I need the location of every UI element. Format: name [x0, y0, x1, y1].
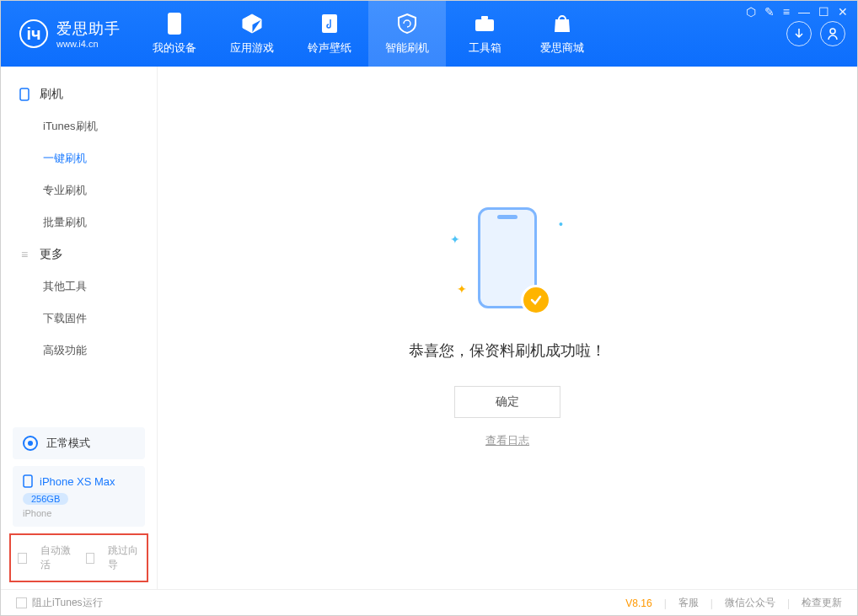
- shirt-icon[interactable]: ⬡: [746, 5, 756, 19]
- check-badge-icon: [521, 285, 551, 315]
- checkbox-row: 自动激活 跳过向导: [9, 533, 148, 582]
- svg-rect-1: [322, 14, 337, 33]
- user-button[interactable]: [820, 21, 845, 46]
- sidebar-item-itunes-flash[interactable]: iTunes刷机: [1, 110, 157, 142]
- download-button[interactable]: [786, 21, 812, 46]
- logo-icon: iч: [19, 19, 48, 48]
- note-icon[interactable]: ✎: [764, 5, 775, 19]
- sparkle-icon: •: [559, 217, 563, 231]
- stop-itunes-checkbox[interactable]: [16, 597, 27, 608]
- menu-icon[interactable]: ≡: [783, 5, 790, 19]
- close-icon[interactable]: ✕: [838, 5, 848, 19]
- footer-link-update[interactable]: 检查更新: [802, 596, 842, 610]
- group-title: 更多: [40, 247, 63, 262]
- sparkle-icon: ✦: [457, 282, 467, 296]
- group-title: 刷机: [40, 87, 63, 102]
- main-content: ✦ • ✦ 恭喜您，保资料刷机成功啦！ 确定 查看日志: [158, 67, 857, 589]
- sparkle-icon: ✦: [450, 233, 460, 246]
- footer-link-support[interactable]: 客服: [678, 596, 699, 610]
- nav-tabs: 我的设备 应用游戏 铃声壁纸 智能刷机 工具箱 爱思商城: [136, 1, 601, 67]
- stop-itunes-label: 阻止iTunes运行: [32, 596, 103, 610]
- version-label: V8.16: [625, 597, 652, 609]
- device-capacity: 256GB: [23, 493, 68, 505]
- footer: 阻止iTunes运行 V8.16 | 客服 | 微信公众号 | 检查更新: [1, 589, 857, 616]
- mode-icon: [23, 436, 38, 451]
- minimize-icon[interactable]: —: [798, 5, 810, 19]
- window-controls: ⬡ ✎ ≡ — ☐ ✕: [746, 5, 848, 19]
- mode-card[interactable]: 正常模式: [13, 427, 145, 459]
- sidebar-item-other-tools[interactable]: 其他工具: [1, 271, 157, 303]
- mode-label: 正常模式: [46, 436, 90, 451]
- app-name: 爱思助手: [56, 19, 121, 39]
- tab-label: 铃声壁纸: [308, 40, 351, 56]
- tab-store[interactable]: 爱思商城: [523, 1, 601, 67]
- tab-toolbox[interactable]: 工具箱: [446, 1, 523, 67]
- sidebar-item-batch-flash[interactable]: 批量刷机: [1, 206, 157, 238]
- svg-rect-6: [24, 475, 32, 487]
- sidebar: 刷机 iTunes刷机 一键刷机 专业刷机 批量刷机 ≡ 更多 其他工具 下载固…: [1, 67, 158, 589]
- header: iч 爱思助手 www.i4.cn 我的设备 应用游戏 铃声壁纸 智能刷机 工具…: [1, 1, 857, 67]
- toolbox-icon: [473, 12, 496, 35]
- tab-label: 应用游戏: [230, 40, 274, 56]
- device-icon: [163, 12, 186, 35]
- auto-activate-label: 自动激活: [40, 544, 72, 572]
- tab-my-device[interactable]: 我的设备: [136, 1, 213, 67]
- tab-ringtone-wallpaper[interactable]: 铃声壁纸: [291, 1, 368, 67]
- sidebar-group-more: ≡ 更多: [1, 238, 157, 271]
- tab-label: 爱思商城: [540, 40, 584, 56]
- tab-label: 我的设备: [153, 40, 196, 56]
- tab-label: 工具箱: [469, 40, 501, 56]
- ok-button[interactable]: 确定: [454, 386, 560, 418]
- sidebar-item-pro-flash[interactable]: 专业刷机: [1, 174, 157, 206]
- sidebar-item-advanced[interactable]: 高级功能: [1, 335, 157, 367]
- device-type: iPhone: [23, 508, 135, 518]
- phone-icon: [18, 88, 31, 101]
- success-illustration: ✦ • ✦: [457, 207, 558, 317]
- svg-point-4: [830, 29, 835, 34]
- cube-icon: [240, 12, 264, 35]
- sidebar-item-oneclick-flash[interactable]: 一键刷机: [1, 142, 157, 174]
- tab-apps-games[interactable]: 应用游戏: [213, 1, 291, 67]
- tab-smart-flash[interactable]: 智能刷机: [368, 1, 446, 67]
- phone-icon: [23, 474, 33, 488]
- skip-guide-checkbox[interactable]: [86, 553, 95, 564]
- tab-label: 智能刷机: [385, 40, 429, 56]
- shield-refresh-icon: [395, 12, 419, 35]
- svg-rect-2: [475, 19, 494, 31]
- app-site: www.i4.cn: [56, 39, 121, 49]
- footer-link-wechat[interactable]: 微信公众号: [725, 596, 775, 610]
- logo: iч 爱思助手 www.i4.cn: [1, 1, 136, 67]
- sidebar-item-download-firmware[interactable]: 下载固件: [1, 303, 157, 335]
- music-file-icon: [318, 12, 341, 35]
- sidebar-group-flash: 刷机: [1, 78, 157, 110]
- view-log-link[interactable]: 查看日志: [485, 433, 529, 448]
- device-card[interactable]: iPhone XS Max 256GB iPhone: [13, 466, 145, 527]
- bag-icon: [550, 12, 574, 35]
- svg-rect-0: [168, 13, 181, 35]
- auto-activate-checkbox[interactable]: [18, 553, 27, 564]
- list-icon: ≡: [18, 248, 31, 261]
- skip-guide-label: 跳过向导: [108, 544, 140, 572]
- success-message: 恭喜您，保资料刷机成功啦！: [409, 340, 606, 361]
- svg-rect-3: [481, 16, 488, 19]
- maximize-icon[interactable]: ☐: [818, 5, 829, 19]
- device-name: iPhone XS Max: [40, 475, 115, 488]
- svg-rect-5: [20, 88, 29, 100]
